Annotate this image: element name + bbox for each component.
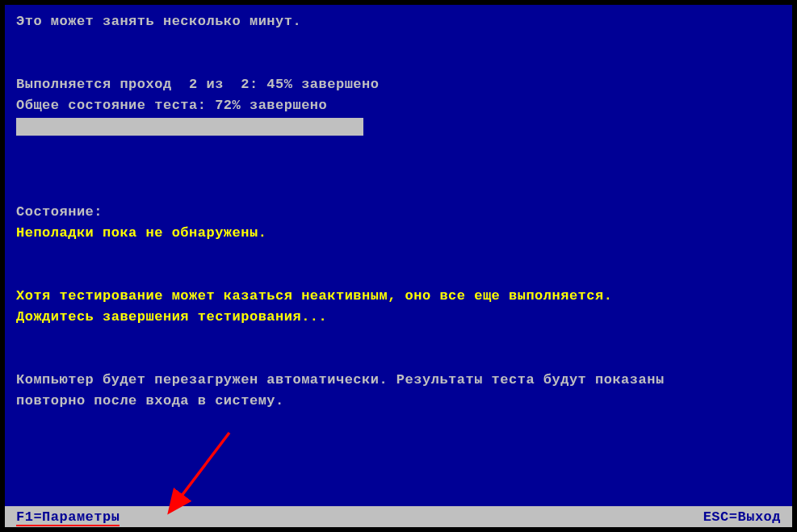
spacer [16, 160, 781, 181]
overall-status-text: Общее состояние теста: 72% завершено [16, 95, 781, 116]
pass-progress-text: Выполняется проход 2 из 2: 45% завершено [16, 74, 781, 95]
f1-options-hotkey[interactable]: F1=Параметры [16, 509, 120, 525]
f1-label: F1=Параметры [16, 509, 120, 526]
inactive-warning-text: Хотя тестирование может казаться неактив… [16, 286, 781, 307]
restart-info-line1: Компьютер будет перезагружен автоматичес… [16, 370, 781, 391]
esc-exit-hotkey[interactable]: ESC=Выход [703, 509, 781, 525]
spacer [16, 244, 781, 265]
memory-diagnostic-screen: Это может занять несколько минут. Выполн… [5, 5, 792, 527]
no-problems-text: Неполадки пока не обнаружены. [16, 223, 781, 244]
wait-message: Это может занять несколько минут. [16, 11, 781, 32]
annotation-arrow-icon [165, 426, 237, 515]
restart-info-line2: повторно после входа в систему. [16, 391, 781, 412]
spacer [16, 32, 781, 53]
spacer [16, 53, 781, 74]
spacer [16, 349, 781, 370]
progress-bar [16, 118, 363, 136]
status-bar: F1=Параметры ESC=Выход [5, 506, 792, 527]
spacer [16, 265, 781, 286]
spacer [16, 139, 781, 160]
spacer [16, 181, 781, 202]
spacer [16, 328, 781, 349]
wait-completion-text: Дождитесь завершения тестирования... [16, 307, 781, 328]
status-label: Состояние: [16, 202, 781, 223]
svg-line-1 [179, 433, 229, 499]
